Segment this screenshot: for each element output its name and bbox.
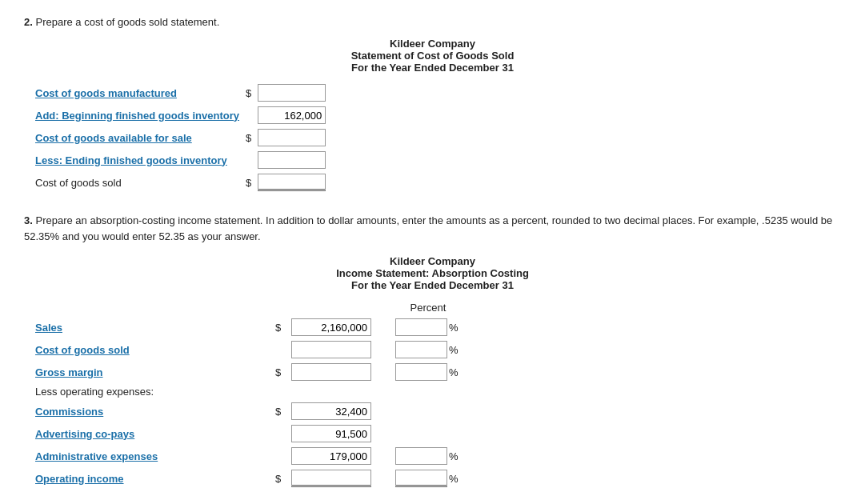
section2-table: Cost of goods manufactured $ Add: Beginn…: [32, 82, 329, 194]
table-row: Add: Beginning finished goods inventory: [32, 104, 329, 126]
cogm-label[interactable]: Cost of goods manufactured: [35, 87, 177, 99]
admin-input[interactable]: [291, 447, 371, 465]
table-row: Administrative expenses %: [32, 445, 464, 467]
section2: 2. Prepare a cost of goods sold statemen…: [24, 16, 841, 194]
cogm-input[interactable]: [258, 84, 326, 102]
section3-table: Percent Sales $ % Cost of goods sold: [32, 299, 464, 490]
bfgi-label[interactable]: Add: Beginning finished goods inventory: [35, 110, 239, 122]
cogas-dollar: $: [242, 126, 254, 149]
efgi-input[interactable]: [258, 151, 326, 169]
commissions-label[interactable]: Commissions: [35, 406, 103, 418]
admin-percent-input[interactable]: [395, 447, 447, 465]
section2-period: For the Year Ended December 31: [24, 62, 841, 74]
operating-income-label[interactable]: Operating income: [35, 473, 124, 485]
cogs-label: Cost of goods sold: [35, 177, 122, 189]
table-row: Operating income $ %: [32, 467, 464, 490]
percent-header: Percent: [392, 299, 464, 316]
table-header-row: Percent: [32, 299, 464, 316]
sales-input[interactable]: [291, 318, 371, 336]
adco-input[interactable]: [291, 425, 371, 442]
income-cogs-input[interactable]: [291, 341, 371, 358]
table-row: Cost of goods sold $: [32, 171, 329, 194]
table-row: Cost of goods sold %: [32, 338, 464, 361]
less-opex-label: Less operating expenses:: [35, 386, 154, 398]
table-row: Cost of goods available for sale $: [32, 126, 329, 149]
admin-label[interactable]: Administrative expenses: [35, 450, 158, 462]
section3-period: For the Year Ended December 31: [24, 279, 841, 291]
section3: 3. Prepare an absorption-costing income …: [24, 213, 841, 490]
efgi-label[interactable]: Less: Ending finished goods inventory: [35, 154, 227, 166]
table-row: Sales $ %: [32, 316, 464, 338]
operating-income-percent-input[interactable]: [395, 470, 447, 487]
table-row: Commissions $: [32, 400, 464, 422]
bfgi-input[interactable]: [258, 106, 326, 124]
cogas-label[interactable]: Cost of goods available for sale: [35, 132, 192, 144]
section3-instruction: 3. Prepare an absorption-costing income …: [24, 213, 841, 244]
cogs-input[interactable]: [258, 174, 326, 191]
gross-margin-label[interactable]: Gross margin: [35, 366, 103, 378]
income-cogs-label[interactable]: Cost of goods sold: [35, 344, 130, 356]
section2-statement-title: Statement of Cost of Goods Sold: [24, 50, 841, 62]
section2-company-header: Kildeer Company Statement of Cost of Goo…: [24, 38, 841, 74]
section3-statement-title: Income Statement: Absorption Costing: [24, 267, 841, 279]
section3-company-header: Kildeer Company Income Statement: Absorp…: [24, 255, 841, 291]
adco-label[interactable]: Advertising co-pays: [35, 428, 134, 440]
gross-margin-percent-input[interactable]: [395, 363, 447, 381]
commissions-input[interactable]: [291, 402, 371, 420]
operating-income-input[interactable]: [291, 470, 371, 487]
cogas-input[interactable]: [258, 129, 326, 146]
gross-margin-input[interactable]: [291, 363, 371, 381]
table-row: Gross margin $ %: [32, 361, 464, 383]
cogm-dollar: $: [242, 82, 254, 104]
section2-instruction: 2. Prepare a cost of goods sold statemen…: [24, 16, 841, 28]
income-cogs-percent-input[interactable]: [395, 341, 447, 358]
section2-company-name: Kildeer Company: [24, 38, 841, 50]
table-row: Less: Ending finished goods inventory: [32, 149, 329, 171]
table-row: Cost of goods manufactured $: [32, 82, 329, 104]
sales-percent-input[interactable]: [395, 318, 447, 336]
cogs-dollar: $: [242, 171, 254, 194]
section3-company-name: Kildeer Company: [24, 255, 841, 267]
sales-label[interactable]: Sales: [35, 322, 62, 334]
table-row: Advertising co-pays: [32, 422, 464, 445]
table-row: Less operating expenses:: [32, 383, 464, 400]
